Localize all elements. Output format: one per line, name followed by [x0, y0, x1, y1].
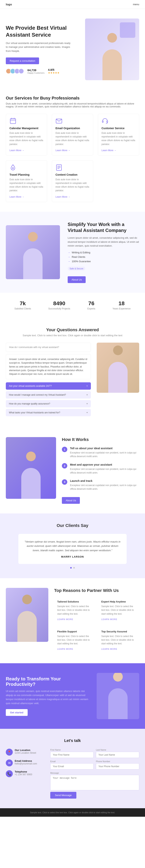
dot-0[interactable] [70, 567, 72, 568]
stat-2: 76 Experts [88, 300, 95, 310]
avatar-4 [19, 68, 24, 74]
last-name-group: Last Name [96, 749, 139, 758]
reasons-body [17, 611, 37, 642]
testimonials-title: Our Clients Say [6, 523, 139, 528]
phone-input[interactable] [96, 763, 139, 770]
service-link-2[interactable]: Learn More → [101, 149, 116, 152]
message-group: Message [50, 772, 139, 790]
faq-answer: Answer: Lorem ipsum dolor sit amet, cons… [6, 354, 91, 379]
faq-item-3[interactable]: What tasks your Virtual Assistants are t… [6, 409, 91, 416]
email-input[interactable] [50, 763, 94, 770]
contact-location: 📍 Our Location 1234 Location Street [6, 749, 45, 755]
faq-chevron-3: + [87, 411, 88, 414]
travel-icon [9, 164, 17, 171]
faq-item-1[interactable]: How would I manage and connect my Virtua… [6, 391, 91, 399]
hero-image-inner [85, 19, 139, 80]
service-card-customer: Customer Service Duis aute irure dolor i… [98, 114, 139, 156]
location-label: Our Location [15, 749, 36, 751]
simplify-button[interactable]: About Us [68, 276, 86, 283]
stat-label-1: Successfully Projects [48, 307, 70, 310]
stat-label-2: Experts [88, 307, 95, 310]
reason-2: Flexible Support Sample text. Click to s… [54, 627, 95, 654]
person-face [107, 33, 117, 42]
service-link-0[interactable]: Learn More → [9, 149, 24, 152]
hero-image [85, 19, 139, 80]
email-form-label: Email [50, 760, 94, 763]
contact-form: First Name Last Name Email Phone Number [50, 749, 139, 799]
reason-link-2[interactable]: LEARN MORE [57, 648, 73, 650]
last-name-input[interactable] [96, 752, 139, 758]
how-step-1: 2 Meet and approve your assistant Except… [62, 463, 139, 475]
safe-secure-badge: Safe & Secure [68, 267, 85, 271]
reason-desc-0: Sample text. Click to select the text bo… [57, 604, 92, 616]
submit-button[interactable]: Send Message [50, 792, 76, 799]
stat-number-0: 7k [15, 300, 31, 307]
cta-button[interactable]: Get started [6, 709, 28, 716]
contact-phone: 📞 Telephone +1 234 567 8900 [6, 770, 45, 777]
hero-cta-button[interactable]: Request a consultation [6, 58, 39, 64]
step-content-1: Meet and approve your assistant Excepteu… [70, 463, 139, 475]
hero-stats: 64,739 Happy Customers 4.8/5 ★★★★★ [6, 68, 72, 74]
service-card-content: Content Creation Duis aute irure dolor i… [52, 160, 93, 202]
faq-layout: How do I communicate with my virtual ass… [6, 343, 139, 418]
menu-button[interactable]: menu [133, 3, 139, 6]
faq-item-2[interactable]: How do you manage quality assurance? + [6, 400, 91, 407]
form-contact-row: Email Phone Number [50, 760, 139, 770]
reason-desc-3: Sample text. Click to select the text bo… [101, 634, 136, 646]
service-link-1[interactable]: Learn More → [55, 149, 70, 152]
faq-item-0[interactable]: Are your virtual assistants available 24… [6, 382, 91, 390]
faq-q-0: Are your virtual assistants available 24… [9, 385, 52, 388]
stat-number-3: 18 [113, 300, 131, 307]
reason-link-1[interactable]: LEARN MORE [101, 618, 117, 620]
faq-section: Your Questions Answered Sample text. Cli… [0, 318, 145, 428]
service-link-3[interactable]: Learn More → [9, 195, 24, 198]
service-title-0: Calendar Management [9, 127, 44, 130]
faq-right [97, 343, 139, 393]
step-num-1: 2 [62, 463, 67, 468]
simplify-body [23, 248, 43, 279]
customers-count: 64,739 [27, 68, 45, 72]
email-icon [55, 117, 63, 124]
reason-link-3[interactable]: LEARN MORE [101, 648, 117, 650]
reason-desc-1: Sample text. Click to select the text bo… [101, 604, 136, 616]
footer-text: Sample text. Click to select the text bo… [6, 811, 139, 814]
first-name-input[interactable] [50, 752, 94, 758]
hero-avatars [6, 68, 24, 74]
reasons-right: Top Reasons to Partner With Us Tailored … [54, 588, 139, 654]
dot-1[interactable] [73, 567, 75, 568]
cta-section: Ready to Transform Your Productivity? Ut… [0, 663, 145, 729]
faq-placeholder: How do I communicate with my virtual ass… [9, 346, 59, 349]
faq-image [97, 343, 139, 393]
reason-link-0[interactable]: LEARN MORE [57, 618, 73, 620]
reasons-title: Top Reasons to Partner With Us [54, 588, 139, 593]
testimonial-text: "Veniam optimar dui ornare, feugiat lore… [24, 540, 121, 552]
how-image [6, 437, 56, 499]
reasons-face [22, 595, 32, 604]
hero-title: We Provide Best Virtual Assistant Servic… [6, 25, 72, 38]
email-label: Email Address [15, 760, 37, 762]
stat-3: 18 Years Experience [113, 300, 131, 310]
first-name-group: First Name [50, 749, 94, 758]
reasons-image [6, 588, 48, 642]
service-link-4[interactable]: Learn More → [55, 195, 70, 198]
cta-face [113, 673, 123, 682]
stat-number-2: 76 [88, 300, 95, 307]
service-title-2: Customer Service [101, 127, 136, 130]
email-value: hello@youremail.com [15, 762, 37, 765]
location-icon: 📍 [6, 749, 13, 755]
stat-0: 7k Satisfied Clients [15, 300, 31, 310]
contact-section: Let's talk 📍 Our Location 1234 Location … [0, 729, 145, 808]
hero-section: We Provide Best Virtual Assistant Servic… [0, 9, 145, 86]
step-num-0: 1 [62, 447, 67, 452]
cta-person [104, 677, 131, 719]
how-button[interactable]: About Us [62, 497, 80, 504]
reasons-person [14, 599, 41, 642]
svg-rect-5 [102, 121, 103, 122]
phone-icon: 📞 [6, 770, 13, 777]
message-input[interactable] [50, 775, 139, 790]
stat-1: 8490 Successfully Projects [48, 300, 70, 310]
contact-title: Let's talk [6, 738, 139, 743]
faq-subtitle: Sample text. Click to select the text bo… [6, 334, 139, 337]
service-desc-3: Duis aute irure dolor in reprehenderit i… [9, 178, 44, 193]
faq-question-input[interactable]: How do I communicate with my virtual ass… [6, 343, 91, 352]
